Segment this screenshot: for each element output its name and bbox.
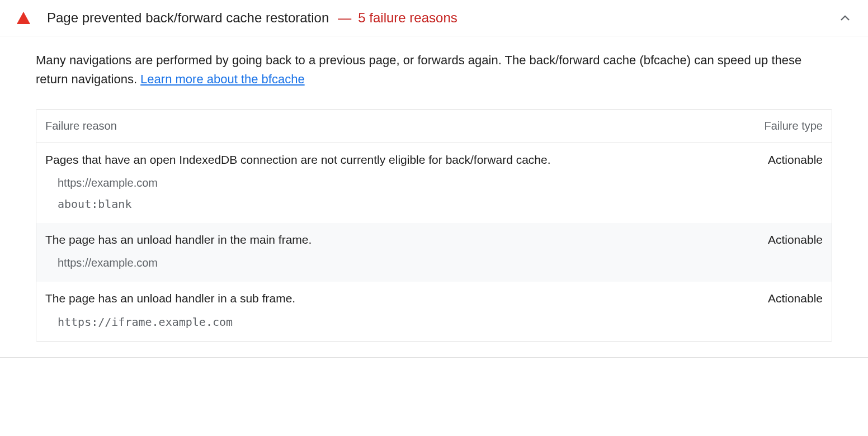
- url-item: https://iframe.example.com: [58, 315, 823, 329]
- url-list: https://example.comabout:blank: [45, 177, 823, 211]
- url-item: https://example.com: [58, 177, 823, 189]
- audit-panel: Page prevented back/forward cache restor…: [0, 0, 868, 358]
- chevron-up-icon[interactable]: [838, 11, 852, 25]
- failure-reason: Pages that have an open IndexedDB connec…: [45, 153, 733, 167]
- url-list: https://iframe.example.com: [45, 315, 823, 329]
- failure-reason: The page has an unload handler in the ma…: [45, 233, 733, 247]
- url-item: https://example.com: [58, 257, 823, 269]
- alert-triangle-icon: [17, 12, 30, 24]
- failure-type: Actionable: [733, 153, 823, 167]
- failure-count: 5 failure reasons: [358, 10, 457, 26]
- failure-type: Actionable: [733, 233, 823, 247]
- audit-header[interactable]: Page prevented back/forward cache restor…: [0, 0, 868, 36]
- failure-table: Failure reason Failure type Pages that h…: [36, 109, 832, 342]
- audit-body: Many navigations are performed by going …: [0, 36, 868, 357]
- audit-description: Many navigations are performed by going …: [36, 51, 832, 89]
- separator: —: [338, 10, 351, 26]
- url-list: https://example.com: [45, 257, 823, 269]
- learn-more-link[interactable]: Learn more about the bfcache: [140, 72, 305, 86]
- audit-title: Page prevented back/forward cache restor…: [47, 10, 329, 26]
- table-row: The page has an unload handler in the ma…: [36, 223, 832, 282]
- table-body: Pages that have an open IndexedDB connec…: [36, 143, 832, 341]
- table-row: The page has an unload handler in a sub …: [36, 282, 832, 341]
- failure-reason: The page has an unload handler in a sub …: [45, 292, 733, 305]
- table-header-row: Failure reason Failure type: [36, 110, 832, 143]
- failure-type: Actionable: [733, 292, 823, 305]
- url-item: about:blank: [58, 197, 823, 211]
- column-header-reason: Failure reason: [45, 120, 733, 132]
- column-header-type: Failure type: [733, 120, 823, 132]
- table-row: Pages that have an open IndexedDB connec…: [36, 143, 832, 223]
